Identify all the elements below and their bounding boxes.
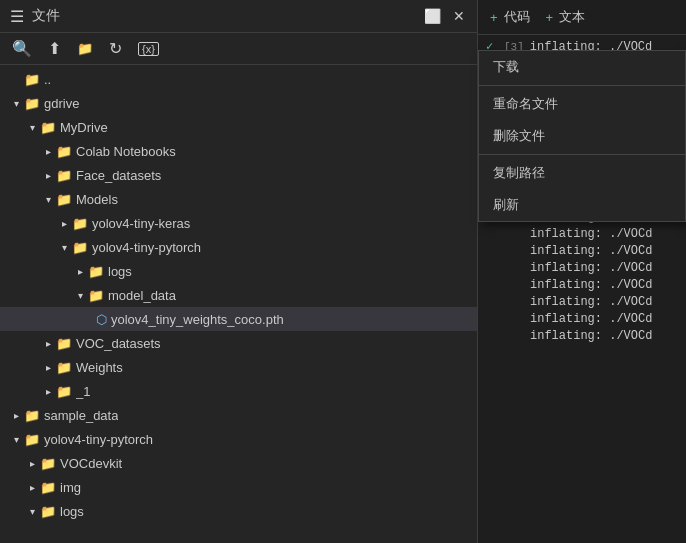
tree-label: Colab Notebooks <box>76 144 176 159</box>
arrow-icon: ▸ <box>8 410 24 421</box>
upload-folder-icon[interactable]: 📁 <box>73 39 97 58</box>
output-line-18: inflating: ./VOCd <box>486 328 678 345</box>
tree-label: sample_data <box>44 408 118 423</box>
tree-item-underscore1[interactable]: ▸ 📁 _1 <box>0 379 477 403</box>
context-menu-refresh[interactable]: 刷新 <box>479 189 685 221</box>
arrow-icon: ▸ <box>56 218 72 229</box>
tree-item-gdrive[interactable]: ▾ 📁 gdrive <box>0 91 477 115</box>
tree-label: Face_datasets <box>76 168 161 183</box>
right-panel-header: + 代码 + 文本 <box>478 0 686 35</box>
tree-label: .. <box>44 72 51 87</box>
output-panel: + 代码 + 文本 ✓ [3] inflating: ./VOCd 56 inf… <box>478 0 686 543</box>
folder-icon: 📁 <box>72 240 88 255</box>
context-menu: 下载 重命名文件 删除文件 复制路径 刷新 <box>478 50 686 222</box>
tree-item-yolov4-pytorch-root[interactable]: ▾ 📁 yolov4-tiny-pytorch <box>0 427 477 451</box>
tree-item-img[interactable]: ▸ 📁 img <box>0 475 477 499</box>
arrow-icon: ▾ <box>24 506 40 517</box>
folder-icon: 📁 <box>88 288 104 303</box>
context-menu-download[interactable]: 下载 <box>479 51 685 83</box>
output-text: inflating: ./VOCd <box>530 226 652 243</box>
output-line-12: inflating: ./VOCd <box>486 226 678 243</box>
tree-label: model_data <box>108 288 176 303</box>
tree-label: VOCdevkit <box>60 456 122 471</box>
plus-code-icon: + <box>490 10 498 25</box>
add-text-label: 文本 <box>559 8 585 26</box>
tree-label: MyDrive <box>60 120 108 135</box>
tree-label: yolov4_tiny_weights_coco.pth <box>111 312 284 327</box>
new-window-icon[interactable]: ⬜ <box>422 6 443 26</box>
arrow-icon: ▸ <box>24 482 40 493</box>
tree-item-sample-data[interactable]: ▸ 📁 sample_data <box>0 403 477 427</box>
context-menu-delete[interactable]: 删除文件 <box>479 120 685 152</box>
arrow-icon: ▸ <box>40 338 56 349</box>
tree-item-yolov4-pytorch[interactable]: ▾ 📁 yolov4-tiny-pytorch <box>0 235 477 259</box>
output-text: inflating: ./VOCd <box>530 294 652 311</box>
arrow-icon: ▸ <box>40 146 56 157</box>
context-menu-divider-1 <box>479 85 685 86</box>
folder-icon: 📁 <box>56 144 72 159</box>
context-menu-copy-path[interactable]: 复制路径 <box>479 157 685 189</box>
tree-item-yolov4-keras[interactable]: ▸ 📁 yolov4-tiny-keras <box>0 211 477 235</box>
tree-label: VOC_datasets <box>76 336 161 351</box>
tree-item-face-datasets[interactable]: ▸ 📁 Face_datasets <box>0 163 477 187</box>
tree-item-colab[interactable]: ▸ 📁 Colab Notebooks <box>0 139 477 163</box>
folder-icon: 📁 <box>56 384 72 399</box>
output-line-17: inflating: ./VOCd <box>486 311 678 328</box>
tree-item-logs[interactable]: ▸ 📁 logs <box>0 259 477 283</box>
tree-item-voc-datasets[interactable]: ▸ 📁 VOC_datasets <box>0 331 477 355</box>
output-text: inflating: ./VOCd <box>530 311 652 328</box>
folder-icon: 📁 <box>40 456 56 471</box>
folder-icon: 📁 <box>24 408 40 423</box>
tree-item-mydrive[interactable]: ▾ 📁 MyDrive <box>0 115 477 139</box>
output-line-16: inflating: ./VOCd <box>486 294 678 311</box>
output-text: inflating: ./VOCd <box>530 243 652 260</box>
panel-header: ☰ 文件 ⬜ ✕ <box>0 0 477 33</box>
refresh-files-icon[interactable]: ↻ <box>105 37 126 60</box>
tree-label: yolov4-tiny-pytorch <box>92 240 201 255</box>
search-icon[interactable]: 🔍 <box>8 37 36 60</box>
folder-icon: 📁 <box>56 192 72 207</box>
file-toolbar: 🔍 ⬆ 📁 ↻ {x} <box>0 33 477 65</box>
arrow-icon: ▸ <box>40 362 56 373</box>
tree-item-vocdevkit[interactable]: ▸ 📁 VOCdevkit <box>0 451 477 475</box>
arrow-icon: ▾ <box>40 194 56 205</box>
add-code-label: 代码 <box>504 8 530 26</box>
tree-item-weights-folder[interactable]: ▸ 📁 Weights <box>0 355 477 379</box>
folder-icon: 📁 <box>40 504 56 519</box>
tree-label: yolov4-tiny-keras <box>92 216 190 231</box>
upload-file-icon[interactable]: ⬆ <box>44 37 65 60</box>
folder-icon: 📁 <box>24 72 40 87</box>
plus-text-icon: + <box>546 10 554 25</box>
arrow-icon: ▾ <box>56 242 72 253</box>
folder-icon: 📁 <box>40 120 56 135</box>
tree-label: gdrive <box>44 96 79 111</box>
folder-icon: 📁 <box>24 432 40 447</box>
output-text: inflating: ./VOCd <box>530 328 652 345</box>
arrow-icon: ▾ <box>8 434 24 445</box>
add-code-tab[interactable]: + 代码 <box>490 4 530 30</box>
add-text-tab[interactable]: + 文本 <box>546 4 586 30</box>
output-line-13: inflating: ./VOCd <box>486 243 678 260</box>
close-icon[interactable]: ✕ <box>451 6 467 26</box>
context-menu-rename[interactable]: 重命名文件 <box>479 88 685 120</box>
tree-item-dotdot[interactable]: 📁 .. <box>0 67 477 91</box>
menu-icon[interactable]: ☰ <box>10 7 24 26</box>
tree-item-logs-root[interactable]: ▾ 📁 logs <box>0 499 477 523</box>
arrow-icon: ▸ <box>40 170 56 181</box>
tree-item-weights-file[interactable]: ⬡ yolov4_tiny_weights_coco.pth <box>0 307 477 331</box>
tree-label: img <box>60 480 81 495</box>
tree-item-model-data[interactable]: ▾ 📁 model_data <box>0 283 477 307</box>
folder-icon: 📁 <box>88 264 104 279</box>
tree-item-models[interactable]: ▾ 📁 Models <box>0 187 477 211</box>
arrow-icon: ▾ <box>72 290 88 301</box>
tree-label: Models <box>76 192 118 207</box>
tree-label: _1 <box>76 384 90 399</box>
arrow-icon: ▸ <box>72 266 88 277</box>
tree-label: logs <box>108 264 132 279</box>
output-text: inflating: ./VOCd <box>530 260 652 277</box>
tree-label: logs <box>60 504 84 519</box>
folder-icon: 📁 <box>72 216 88 231</box>
folder-icon: 📁 <box>40 480 56 495</box>
output-text: inflating: ./VOCd <box>530 277 652 294</box>
arrow-icon: ▾ <box>8 98 24 109</box>
